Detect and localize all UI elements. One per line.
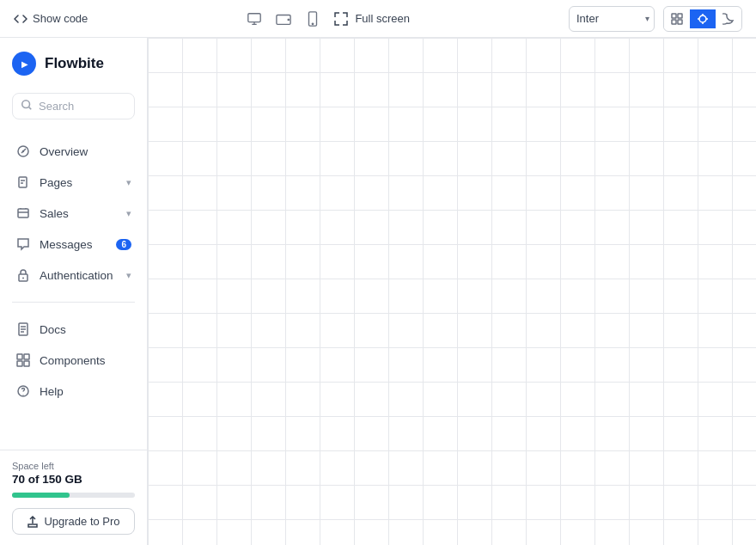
docs-label: Docs	[40, 323, 131, 336]
light-theme-icon[interactable]	[664, 9, 690, 28]
help-icon	[15, 383, 31, 399]
sidebar-storage: Space left 70 of 150 GB Upgrade to Pro	[0, 450, 147, 545]
svg-rect-13	[19, 177, 27, 187]
pages-chevron-icon: ▾	[126, 177, 131, 188]
lock-icon	[15, 267, 31, 283]
space-amount: 70 of 150 GB	[12, 473, 135, 486]
svg-point-4	[313, 23, 314, 24]
components-label: Components	[40, 354, 131, 367]
grid-background	[148, 38, 756, 545]
authentication-chevron-icon: ▾	[126, 270, 131, 281]
sidebar-item-sales[interactable]: Sales ▾	[7, 199, 140, 228]
svg-rect-7	[672, 20, 676, 24]
upgrade-icon	[27, 516, 39, 528]
sidebar: Flowbite	[0, 38, 148, 545]
brand-name: Flowbite	[45, 55, 104, 72]
pages-label: Pages	[40, 176, 118, 189]
code-icon	[14, 12, 27, 26]
svg-rect-6	[678, 14, 682, 18]
theme-toggle	[663, 6, 742, 32]
authentication-label: Authentication	[40, 269, 118, 282]
svg-rect-5	[672, 14, 676, 18]
space-label: Space left	[12, 461, 135, 471]
svg-rect-20	[17, 361, 22, 366]
sidebar-item-authentication[interactable]: Authentication ▾	[7, 260, 140, 290]
sales-icon	[15, 205, 31, 221]
svg-rect-18	[17, 354, 22, 359]
sidebar-item-help[interactable]: Help	[7, 377, 140, 406]
svg-point-2	[289, 19, 290, 20]
main-layout: Flowbite	[0, 38, 756, 545]
fullscreen-btn[interactable]: Full screen	[334, 12, 410, 26]
topbar-right: Inter Roboto Open Sans ▾	[569, 6, 742, 32]
tablet-portrait-icon[interactable]	[305, 11, 320, 27]
fullscreen-icon	[334, 12, 348, 26]
svg-point-16	[22, 278, 24, 279]
sidebar-item-docs[interactable]: Docs	[7, 315, 140, 344]
svg-point-12	[22, 150, 24, 152]
search-icon	[21, 99, 33, 113]
font-select[interactable]: Inter Roboto Open Sans	[569, 6, 655, 32]
pages-icon	[15, 175, 31, 190]
sidebar-item-messages[interactable]: Messages 6	[7, 230, 140, 259]
tablet-landscape-icon[interactable]	[276, 11, 291, 27]
svg-rect-0	[248, 13, 260, 21]
messages-badge: 6	[116, 239, 131, 250]
svg-rect-14	[18, 209, 28, 217]
show-code-btn[interactable]: Show code	[14, 12, 88, 26]
sidebar-brand[interactable]: Flowbite	[0, 38, 147, 89]
sales-label: Sales	[40, 207, 118, 220]
svg-rect-8	[678, 20, 682, 24]
messages-label: Messages	[40, 238, 107, 251]
sidebar-item-pages[interactable]: Pages ▾	[7, 168, 140, 197]
sidebar-search	[0, 89, 147, 132]
content-area	[148, 38, 756, 545]
desktop-icon[interactable]	[247, 11, 262, 27]
font-select-wrapper[interactable]: Inter Roboto Open Sans ▾	[569, 6, 655, 32]
help-label: Help	[40, 385, 131, 398]
overview-label: Overview	[40, 145, 131, 158]
topbar-center: Full screen	[247, 11, 410, 27]
brand-icon	[12, 52, 36, 76]
components-icon	[15, 352, 31, 368]
sidebar-nav: Overview Pages ▾	[0, 132, 147, 295]
chart-icon	[15, 144, 31, 159]
dark-theme-icon[interactable]	[716, 9, 741, 28]
storage-progress-bg	[12, 493, 135, 498]
sales-chevron-icon: ▾	[126, 208, 131, 219]
sidebar-item-overview[interactable]: Overview	[7, 137, 140, 166]
svg-point-10	[22, 101, 30, 108]
svg-rect-21	[24, 361, 29, 366]
sidebar-item-components[interactable]: Components	[7, 346, 140, 375]
messages-icon	[15, 236, 31, 252]
svg-rect-19	[24, 354, 29, 359]
topbar: Show code Full screen	[0, 0, 756, 38]
sidebar-bottom-nav: Docs Components	[0, 309, 147, 406]
svg-point-9	[699, 15, 706, 22]
blue-theme-btn[interactable]	[690, 9, 716, 28]
sidebar-divider	[12, 302, 135, 303]
upgrade-btn[interactable]: Upgrade to Pro	[12, 508, 135, 535]
storage-progress-fill	[12, 493, 70, 498]
docs-icon	[15, 321, 31, 337]
